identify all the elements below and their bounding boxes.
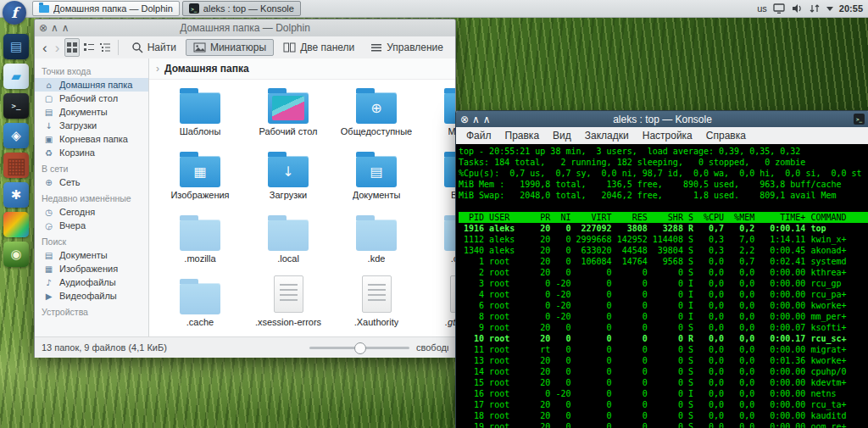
place-item[interactable]: ♪Аудиофайлы [35,275,148,289]
file-icon-box: ▦ [180,147,220,187]
keyboard-layout-indicator[interactable]: us [757,3,767,14]
place-item[interactable]: ♻Корзина [35,146,148,159]
file-item[interactable]: ▤Документы [332,147,420,210]
volume-icon[interactable] [791,3,803,14]
file-item[interactable]: .gtkrc-2.0 [420,274,455,336]
file-document-icon [362,275,392,313]
place-item[interactable]: ⊕Сеть [35,175,148,189]
icons-view-button[interactable] [64,38,80,57]
zoom-slider-knob[interactable] [354,342,366,354]
terminal-process-row: 6 root 0 -20 0 0 0 I 0,0 0,0 0:00.00 kwo… [459,300,868,311]
place-item[interactable]: ◷Сегодня [35,205,148,219]
place-network-icon: ⊕ [43,178,54,187]
find-button[interactable]: Найти [125,40,183,55]
file-item[interactable]: ♪Музыка [420,83,455,147]
folder-icon: ▶ [444,156,455,187]
toolbar-separator [118,40,119,55]
keep-above-icon[interactable]: ∧ [472,114,480,125]
terminal[interactable]: top - 20:55:21 up 38 min, 3 users, load … [456,144,868,428]
menu-item[interactable]: Справка [699,130,753,142]
emblem-doc-icon: ▤ [370,165,382,179]
dock-item-file-manager[interactable]: ▤ [3,34,29,59]
file-icon-box: ↓ [268,147,309,187]
zoom-slider[interactable] [309,342,409,353]
file-item[interactable]: .config [420,210,455,274]
place-label: Вчера [59,220,86,231]
close-icon[interactable]: ⊗ [460,114,469,125]
menu-item[interactable]: Закладки [578,130,636,142]
terminal-process-row: 18 root 20 0 0 0 0 S 0,0 0,0 0:00.00 kau… [459,410,868,421]
place-label: Изображения [59,264,118,274]
terminal-process-row: 13 root 20 0 0 0 0 S 0,0 0,0 0:01.36 kwo… [459,355,868,366]
file-item[interactable]: .mozilla [156,210,244,274]
tray-expander-caret-icon[interactable] [826,7,833,11]
folder-icon [444,220,455,251]
file-icon-box [356,210,397,251]
thumbnails-button[interactable]: Миниатюры [186,39,274,56]
file-icon-box: ▤ [356,147,397,187]
file-item[interactable]: .cache [156,274,244,336]
menu-item[interactable]: Настройка [636,130,699,142]
terminal-process-row: 11 root rt 0 0 0 0 S 0,0 0,0 0:00.00 mig… [459,344,868,355]
dock-item-dolphin-folder[interactable]: ▰ [3,64,29,89]
place-item[interactable]: ⌂Домашняя папка [35,78,148,92]
terminal-process-row: 19 root 20 0 0 0 0 S 0,0 0,0 0:00.00 oom… [459,421,868,428]
back-button[interactable]: ‹ [40,41,50,55]
breadcrumb-home[interactable]: Домашняя папка [164,63,249,75]
place-item[interactable]: ▶Видеофайлы [35,289,148,303]
taskbar-button[interactable]: Домашняя папка — Dolphin [32,1,180,16]
file-item[interactable]: Шаблоны [156,83,244,147]
file-item[interactable]: ▶Видео [420,147,455,210]
place-label: Видеофайлы [59,291,117,301]
forward-button[interactable]: › [53,41,63,55]
dock-item-paint-app[interactable] [3,212,29,237]
folder-icon [180,283,220,314]
maximize-icon[interactable]: ∧ [483,114,491,125]
file-view[interactable]: ШаблоныРабочий стол⊕Общедоступные♪Музыка… [149,80,455,336]
menu-item[interactable]: Файл [459,130,498,142]
display-icon[interactable] [773,3,785,14]
terminal-process-row: 1340 aleks 20 0 633020 44548 39804 S 0,3… [459,245,868,256]
menu-item[interactable]: Вид [546,130,578,142]
place-item[interactable]: ▣Корневая папка [35,132,148,146]
network-icon[interactable] [809,3,821,14]
place-item[interactable]: ◶Вчера [35,219,148,232]
place-label: Домашняя папка [59,80,132,90]
close-icon[interactable]: ⊗ [39,23,47,33]
clock[interactable]: 20:55 [839,3,863,14]
file-item[interactable]: ▦Изображения [156,147,244,210]
file-icon-box [180,274,220,314]
file-item[interactable]: .xsession-errors [244,274,332,336]
dock-item-firewall[interactable]: ▦ [3,153,29,178]
compact-view-button[interactable] [82,39,96,56]
terminal-summary-line: MiB Swap: 2048,0 total, 2046,2 free, 1,8… [459,190,868,201]
control-button[interactable]: Управление [364,40,450,55]
place-item[interactable]: ↓Загрузки [35,119,148,132]
konsole-titlebar[interactable]: ⊗ ∧ ∧ aleks : top — Konsole >_ [456,111,868,127]
place-item[interactable]: ▤Документы [35,248,148,262]
application-launcher-fedora-icon[interactable]: f [3,1,26,25]
menu-item[interactable]: Правка [498,130,547,142]
place-item[interactable]: ▢Рабочий стол [35,92,148,105]
maximize-icon[interactable]: ∧ [62,23,70,33]
terminal-process-row: 1916 aleks 20 0 227092 3808 3288 R 0,7 0… [459,223,868,234]
file-item[interactable]: .Xauthority [332,274,420,336]
place-item[interactable]: ▦Изображения [35,262,148,275]
file-item[interactable]: Рабочий стол [244,83,332,147]
dolphin-titlebar[interactable]: ⊗ ∧ ∧ Домашняя папка — Dolphin [35,19,455,36]
keep-above-icon[interactable]: ∧ [51,23,58,33]
file-item[interactable]: ↓Загрузки [244,147,332,210]
dock-item-discover[interactable]: ◈ [3,123,29,148]
dock-item-terminal[interactable]: >_ [3,93,29,119]
dolphin-statusbar: 13 папок, 9 файлов (4,1 КиБ) свободно [35,336,455,358]
place-item[interactable]: ▤Документы [35,105,148,119]
split-view-button[interactable]: Две панели [276,40,361,55]
details-view-button[interactable] [98,39,112,56]
place-desktop-icon: ▢ [43,94,54,103]
file-item[interactable]: .kde [332,210,420,274]
dock-item-photos[interactable]: ◉ [3,242,29,267]
dock-item-system-settings[interactable]: ✱ [3,182,29,208]
file-item[interactable]: ⊕Общедоступные [332,83,420,147]
file-item[interactable]: .local [244,210,332,274]
taskbar-button[interactable]: >_aleks : top — Konsole [182,1,301,16]
